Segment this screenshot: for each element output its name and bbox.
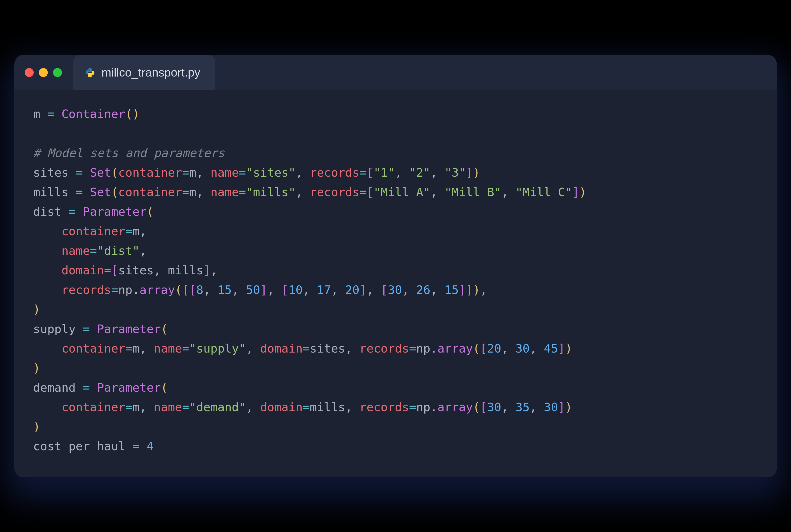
code-token: ] (260, 283, 267, 297)
code-token: Set (90, 185, 111, 199)
code-token: [ (480, 342, 487, 355)
code-token: 50 (246, 283, 260, 297)
code-token: records (310, 185, 360, 199)
code-token: ] (572, 185, 579, 199)
code-token: = (132, 439, 140, 453)
code-token: container (118, 166, 182, 179)
code-token: m, (132, 400, 154, 414)
code-token: Container (61, 107, 125, 121)
code-token: records (61, 283, 111, 297)
code-token: 45 (544, 342, 558, 355)
code-token: , (430, 283, 445, 297)
code-token: [ (366, 166, 373, 179)
close-icon[interactable] (25, 68, 34, 77)
code-token: "Mill C" (516, 185, 572, 199)
code-token: array (140, 283, 175, 297)
code-token: Parameter (97, 381, 161, 395)
code-token: = (111, 283, 118, 297)
code-token: , (430, 166, 444, 179)
code-token (140, 439, 147, 453)
code-token: records (310, 166, 360, 179)
code-token: # Model sets and parameters (33, 146, 225, 160)
code-token: ( (111, 185, 118, 199)
code-token: = (182, 342, 189, 355)
titlebar: millco_transport.py (14, 55, 777, 90)
code-token: , (210, 264, 218, 277)
code-token: container (118, 185, 182, 199)
code-token: = (69, 205, 76, 218)
code-token: m, (189, 166, 210, 179)
code-token: "Mill B" (445, 185, 501, 199)
code-token: = (182, 400, 189, 414)
code-token: domain (260, 400, 303, 414)
code-token: demand (33, 381, 83, 395)
code-token: container (61, 400, 125, 414)
code-token: = (125, 342, 132, 355)
code-token: m, (132, 342, 154, 355)
code-token: "supply" (189, 342, 246, 355)
code-token: "1" (374, 166, 395, 179)
code-token: ] (466, 166, 473, 179)
code-token: , (501, 400, 515, 414)
code-token: ( (161, 322, 168, 336)
code-token: [ (381, 283, 388, 297)
minimize-icon[interactable] (39, 68, 48, 77)
code-token (33, 244, 61, 258)
code-token: records (359, 342, 409, 355)
code-token: m, (132, 224, 147, 238)
code-token: = (104, 264, 111, 277)
code-editor[interactable]: m = Container() # Model sets and paramet… (14, 90, 777, 477)
code-token: ) (565, 342, 572, 355)
code-token: 30 (388, 283, 402, 297)
code-token: , (203, 283, 218, 297)
code-token (83, 166, 90, 179)
code-token: 17 (317, 283, 331, 297)
code-token: name (61, 244, 90, 258)
code-token: , (140, 244, 147, 258)
code-token (33, 224, 61, 238)
code-token: ) (473, 283, 480, 297)
code-token (33, 264, 61, 277)
code-token (33, 400, 61, 414)
code-token: = (90, 244, 97, 258)
code-token: , (295, 185, 310, 199)
code-token: name (210, 166, 239, 179)
code-token: , (501, 185, 515, 199)
code-token (83, 185, 90, 199)
code-token: sites, (310, 342, 360, 355)
code-token: ) (565, 400, 572, 414)
code-token: = (409, 342, 416, 355)
code-token: = (83, 322, 90, 336)
code-token: array (437, 400, 473, 414)
code-token: , (267, 283, 281, 297)
code-token: "dist" (97, 244, 140, 258)
code-token: m, (189, 185, 210, 199)
code-token: = (48, 107, 54, 121)
code-token: 4 (147, 439, 154, 453)
code-token: sites, mills (118, 264, 203, 277)
code-token: = (409, 400, 416, 414)
code-token: np. (118, 283, 140, 297)
zoom-icon[interactable] (53, 68, 62, 77)
code-token (90, 322, 97, 336)
code-token: cost_per_haul (33, 439, 132, 453)
code-token (33, 342, 61, 355)
code-token: 10 (289, 283, 302, 297)
code-token: mills, (310, 400, 360, 414)
code-token: ( (111, 166, 118, 179)
code-token: ) (33, 420, 40, 434)
code-token: ] (203, 264, 210, 277)
code-token: 26 (416, 283, 430, 297)
code-token: 30 (516, 342, 530, 355)
traffic-lights (25, 68, 62, 77)
code-token: "sites" (246, 166, 296, 179)
code-token: [[ (182, 283, 196, 297)
code-token: = (83, 381, 90, 395)
code-token: supply (33, 322, 83, 336)
code-token: = (302, 342, 310, 355)
tab-active[interactable]: millco_transport.py (73, 55, 215, 90)
code-token: 20 (487, 342, 501, 355)
code-token: dist (33, 205, 69, 218)
code-token: Set (90, 166, 111, 179)
code-token: 8 (196, 283, 203, 297)
